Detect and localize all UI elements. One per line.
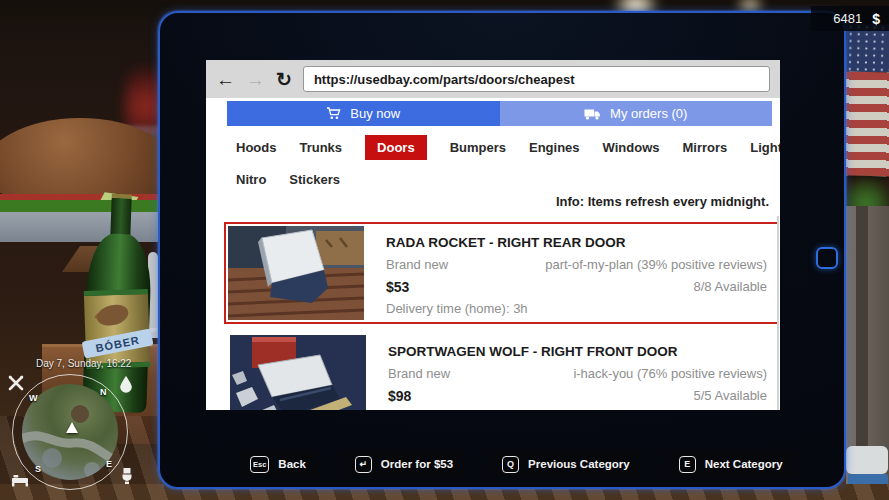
game-datetime: Day 7, Sunday, 16:22 <box>36 358 131 369</box>
back-label: Back <box>278 458 306 470</box>
previous-category-button[interactable]: Q Previous Category <box>490 450 642 478</box>
player-marker <box>66 422 78 433</box>
back-button[interactable]: Esc Back <box>238 450 318 478</box>
refresh-info-text: Info: Items refresh every midnight. <box>556 194 769 209</box>
back-icon[interactable]: ← <box>216 70 235 89</box>
url-input[interactable] <box>303 66 770 92</box>
category-nitro[interactable]: Nitro <box>236 172 266 187</box>
q-key-icon: Q <box>502 456 519 473</box>
cart-icon <box>326 107 341 120</box>
flag-stripes <box>843 71 889 176</box>
shop-page: Buy now My orders (0) Hoods Trunks <box>206 98 780 410</box>
item-title: SPORTWAGEN WOLF - RIGHT FRONT DOOR <box>388 344 767 359</box>
category-doors[interactable]: Doors <box>365 135 427 160</box>
next-category-label: Next Category <box>705 458 783 470</box>
compass-e: E <box>106 459 112 469</box>
category-stickers[interactable]: Stickers <box>289 172 340 187</box>
category-row-1: Hoods Trunks Doors Bumpers Engines Windo… <box>236 134 780 160</box>
category-engines[interactable]: Engines <box>529 140 580 155</box>
toilet-icon <box>118 467 136 485</box>
sleep-icon <box>11 470 29 488</box>
game-screen: BÓBER ← → ↻ <box>0 0 889 500</box>
burger-bun-top <box>0 118 178 202</box>
e-key-icon: E <box>679 456 696 473</box>
compass-n: N <box>100 387 107 397</box>
item-seller: i-hack-you (76% positive reviews) <box>573 366 767 381</box>
bottle-brand-text: BÓBER <box>82 328 154 358</box>
tab-buy-now[interactable]: Buy now <box>227 101 500 126</box>
item-photo-rada-rocket-door <box>228 226 364 320</box>
refresh-icon[interactable]: ↻ <box>276 70 292 89</box>
item-photo-sportwagen-wolf-door <box>230 335 366 410</box>
action-bar: Esc Back ↵ Order for $53 Q Previous Cate… <box>238 450 795 478</box>
item-seller: part-of-my-plan (39% positive reviews) <box>545 257 767 272</box>
truck-icon <box>584 108 601 120</box>
item-condition: Brand new <box>386 257 448 272</box>
tab-buy-label: Buy now <box>350 106 400 121</box>
tab-orders-label: My orders (0) <box>610 106 687 121</box>
order-label: Order for $53 <box>381 458 453 470</box>
item-price: $53 <box>386 279 409 295</box>
order-button[interactable]: ↵ Order for $53 <box>343 450 465 478</box>
tablet-device: ← → ↻ Buy now <box>158 11 846 489</box>
compass-s: S <box>35 464 41 474</box>
browser-window: ← → ↻ Buy now <box>206 60 780 410</box>
scrollbar[interactable] <box>777 216 779 410</box>
item-condition: Brand new <box>388 366 450 381</box>
item-title: RADA ROCKET - RIGHT REAR DOOR <box>386 235 767 250</box>
item-availability: 8/8 Available <box>694 279 768 295</box>
category-row-2: Nitro Stickers <box>236 166 340 192</box>
category-bumpers[interactable]: Bumpers <box>450 140 506 155</box>
category-trunks[interactable]: Trunks <box>299 140 342 155</box>
previous-category-label: Previous Category <box>528 458 630 470</box>
item-price: $98 <box>388 388 411 404</box>
category-hoods[interactable]: Hoods <box>236 140 276 155</box>
dollar-icon: $ <box>872 11 880 27</box>
next-category-button[interactable]: E Next Category <box>667 450 795 478</box>
category-windows[interactable]: Windows <box>603 140 660 155</box>
minimap: N W S E <box>8 370 132 494</box>
item-details: SPORTWAGEN WOLF - RIGHT FRONT DOOR Brand… <box>366 333 777 410</box>
enter-key-icon: ↵ <box>355 456 372 473</box>
item-details: RADA ROCKET - RIGHT REAR DOOR Brand new … <box>364 224 777 322</box>
food-icon <box>7 374 25 392</box>
compass-w: W <box>29 393 38 403</box>
item-delivery: Delivery time (home): 3h <box>386 301 528 316</box>
american-flag <box>843 23 889 176</box>
item-availability: 5/5 Available <box>694 388 768 404</box>
esc-key-icon: Esc <box>250 456 269 473</box>
money-counter: 6481 $ <box>811 6 889 31</box>
listing-sportwagen-wolf-door[interactable]: SPORTWAGEN WOLF - RIGHT FRONT DOOR Brand… <box>224 331 779 410</box>
background-object <box>846 446 888 474</box>
tablet-home-button[interactable] <box>816 247 838 269</box>
shop-tabs: Buy now My orders (0) <box>227 101 772 126</box>
tab-my-orders[interactable]: My orders (0) <box>500 101 773 126</box>
forward-icon[interactable]: → <box>246 70 265 89</box>
listing-rada-rocket-door[interactable]: RADA ROCKET - RIGHT REAR DOOR Brand new … <box>224 222 779 324</box>
beaver-logo <box>95 302 131 329</box>
money-amount: 6481 <box>833 11 862 26</box>
category-lights[interactable]: Lights <box>750 140 780 155</box>
category-mirrors[interactable]: Mirrors <box>683 140 728 155</box>
water-icon <box>117 375 135 393</box>
browser-toolbar: ← → ↻ <box>206 60 780 98</box>
